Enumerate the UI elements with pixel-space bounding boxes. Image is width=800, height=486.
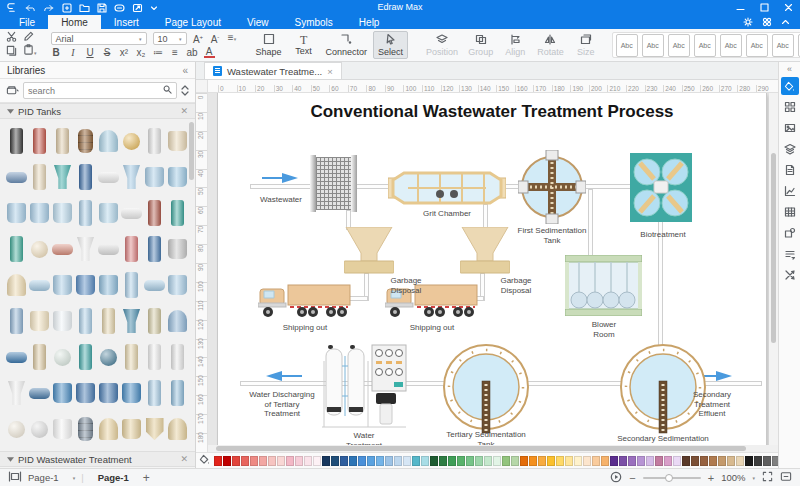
open-folder-button[interactable] (79, 3, 90, 13)
library-shape-item[interactable] (28, 123, 51, 159)
format-button[interactable]: B (51, 47, 62, 58)
library-shape-item[interactable] (74, 123, 97, 159)
export-button[interactable] (132, 3, 143, 13)
insert-picture-icon[interactable] (781, 119, 799, 137)
style-preset[interactable]: Abc (772, 34, 794, 57)
library-shape-item[interactable] (120, 231, 143, 267)
format-button[interactable]: x² (119, 47, 130, 58)
shape-tool-button[interactable]: Shape (252, 31, 286, 59)
library-shape-item[interactable] (166, 411, 189, 447)
library-shape-item[interactable] (143, 303, 166, 339)
library-shape-item[interactable] (51, 375, 74, 411)
library-shape-item[interactable] (74, 375, 97, 411)
library-shape-item[interactable] (97, 123, 120, 159)
select-tool-button[interactable]: Select (373, 31, 408, 59)
symbol-library-icon[interactable] (781, 98, 799, 116)
zoom-out-button[interactable]: − (629, 472, 635, 484)
color-swatch[interactable] (466, 456, 474, 466)
color-swatch[interactable] (754, 456, 762, 466)
color-swatch[interactable] (601, 456, 609, 466)
cut-icon[interactable] (6, 31, 17, 44)
menu-tab[interactable]: Page Layout (152, 15, 234, 29)
color-swatch[interactable] (763, 456, 771, 466)
library-shape-item[interactable] (166, 375, 189, 411)
color-swatch[interactable] (484, 456, 492, 466)
library-menu-icon[interactable] (6, 84, 19, 98)
collapse-panel-icon[interactable]: « (182, 65, 188, 76)
library-shape-item[interactable] (166, 267, 189, 303)
label-garbage-disposal[interactable]: Garbage Disposal (500, 276, 531, 295)
color-swatch[interactable] (286, 456, 294, 466)
label-garbage-disposal[interactable]: Garbage Disposal (390, 276, 421, 295)
color-swatch[interactable] (223, 456, 231, 466)
library-shape-item[interactable] (97, 339, 120, 375)
blower-room[interactable] (565, 255, 642, 316)
format-painter-icon[interactable] (23, 31, 34, 44)
library-shape-item[interactable] (120, 159, 143, 195)
label-shipping-out[interactable]: Shipping out (410, 323, 454, 333)
collapse-ribbon-icon[interactable] (781, 18, 790, 26)
library-shape-item[interactable] (28, 231, 51, 267)
library-shape-item[interactable] (74, 447, 97, 451)
library-shape-item[interactable] (97, 195, 120, 231)
library-shape-item[interactable] (97, 411, 120, 447)
color-swatch[interactable] (583, 456, 591, 466)
color-swatch[interactable] (322, 456, 330, 466)
document-tab[interactable]: Wastewater Treatme... × (204, 62, 342, 79)
garbage-disposal-funnel[interactable] (460, 227, 510, 275)
paste-icon[interactable]: ▾ (23, 44, 37, 59)
color-swatch[interactable] (367, 456, 375, 466)
color-swatch[interactable] (358, 456, 366, 466)
library-shape-item[interactable] (97, 375, 120, 411)
library-shape-item[interactable] (51, 123, 74, 159)
tertiary-sedimentation-tank[interactable] (442, 343, 530, 437)
library-shape-item[interactable] (166, 447, 189, 451)
style-preset[interactable]: Abc (616, 34, 638, 57)
library-shape-item[interactable] (28, 159, 51, 195)
format-button[interactable]: ab (187, 47, 198, 58)
library-shape-item[interactable] (120, 447, 143, 451)
color-swatch[interactable] (565, 456, 573, 466)
water-treatment-unit[interactable] (318, 341, 410, 429)
color-swatch[interactable] (421, 456, 429, 466)
color-swatch[interactable] (412, 456, 420, 466)
library-shape-item[interactable] (97, 231, 120, 267)
color-swatch[interactable] (547, 456, 555, 466)
library-shape-item[interactable] (143, 195, 166, 231)
library-shape-item[interactable] (5, 123, 28, 159)
minimize-button[interactable] (728, 0, 752, 15)
collapse-sidebar-icon[interactable]: « (787, 64, 792, 74)
library-shape-item[interactable] (120, 267, 143, 303)
shrink-font-button[interactable]: A- (210, 32, 221, 45)
library-section-pid-tanks[interactable]: PID Tanks ✕ (0, 103, 195, 119)
library-shape-item[interactable] (143, 339, 166, 375)
library-shape-item[interactable] (166, 339, 189, 375)
library-shape-item[interactable] (51, 267, 74, 303)
color-swatch[interactable] (745, 456, 753, 466)
layers-icon[interactable] (781, 140, 799, 158)
library-pager[interactable] (181, 85, 189, 96)
label-wastewater[interactable]: Wastewater (260, 195, 302, 205)
fit-page-icon[interactable] (8, 471, 22, 484)
library-shape-item[interactable] (143, 411, 166, 447)
shipping-truck[interactable] (258, 281, 352, 319)
color-swatch[interactable] (214, 456, 222, 466)
format-button[interactable]: I (68, 47, 79, 58)
page-selector[interactable]: Page-1▾ (28, 472, 75, 483)
format-button[interactable]: U (85, 47, 96, 58)
label-first-sedimentation-tank[interactable]: First Sedimentation Tank (518, 226, 587, 245)
color-swatch[interactable] (241, 456, 249, 466)
chart-icon[interactable] (781, 182, 799, 200)
library-shape-item[interactable] (51, 339, 74, 375)
library-shape-item[interactable] (51, 195, 74, 231)
text-align-button[interactable]: ≡▾ (227, 32, 238, 45)
zoom-slider-knob[interactable] (665, 474, 673, 482)
library-shape-item[interactable] (51, 411, 74, 447)
drawing-page[interactable]: Conventional Wastewater Treatment Proces… (218, 93, 766, 449)
library-shape-item[interactable] (5, 339, 28, 375)
wastewater-inflow-arrow[interactable] (262, 171, 300, 185)
color-swatch[interactable] (349, 456, 357, 466)
library-shape-item[interactable] (74, 267, 97, 303)
garbage-disposal-funnel[interactable] (344, 227, 394, 275)
color-swatch[interactable] (727, 456, 735, 466)
